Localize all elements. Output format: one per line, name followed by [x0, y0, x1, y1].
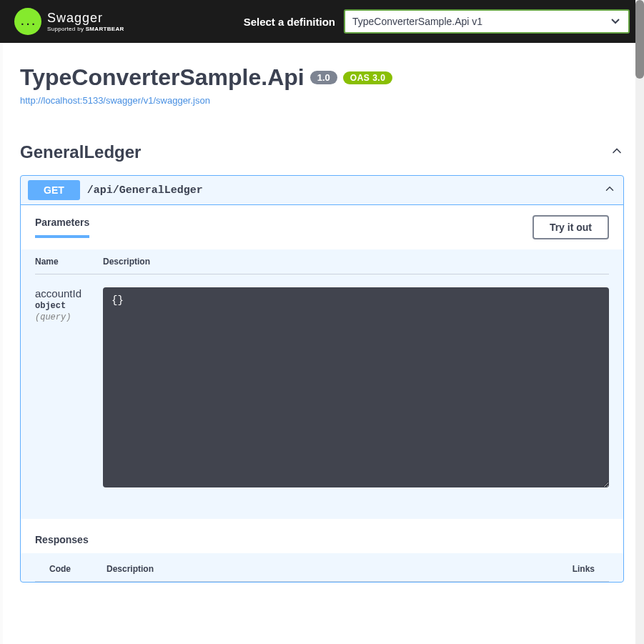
topbar: {...} Swagger Supported by SMARTBEAR Sel…	[0, 0, 644, 43]
api-title-row: TypeConverterSample.Api 1.0 OAS 3.0	[20, 64, 624, 91]
method-badge-get: GET	[28, 180, 80, 200]
param-type: object	[35, 301, 103, 311]
tag-header[interactable]: GeneralLedger	[20, 142, 624, 162]
version-badge: 1.0	[310, 71, 337, 84]
response-header-links: Links	[573, 564, 595, 574]
response-header-code: Code	[49, 564, 106, 574]
chevron-up-icon	[603, 182, 616, 198]
definition-select[interactable]: TypeConverterSample.Api v1	[344, 9, 630, 34]
param-header-name: Name	[35, 257, 103, 267]
param-location: (query)	[35, 312, 103, 322]
scrollbar-track[interactable]	[635, 0, 644, 644]
parameters-tab[interactable]: Parameters	[35, 217, 89, 238]
response-header-description: Description	[106, 564, 154, 574]
swagger-logo-icon: {...}	[14, 8, 41, 35]
param-header-description: Description	[103, 257, 150, 267]
try-it-out-button[interactable]: Try it out	[532, 215, 609, 239]
definition-select-label: Select a definition	[244, 16, 335, 28]
swagger-json-link[interactable]: http://localhost:5133/swagger/v1/swagger…	[20, 95, 210, 106]
scrollbar-thumb[interactable]	[635, 0, 644, 79]
tag-name: GeneralLedger	[20, 142, 141, 162]
oas-badge: OAS 3.0	[343, 71, 393, 84]
responses-label: Responses	[35, 534, 89, 545]
swagger-logo[interactable]: {...} Swagger Supported by SMARTBEAR	[14, 8, 124, 35]
chevron-up-icon	[610, 144, 624, 161]
parameter-row: accountId object (query) {}	[35, 274, 609, 490]
main-content: TypeConverterSample.Api 1.0 OAS 3.0 http…	[3, 43, 641, 644]
operation-header[interactable]: GET /api/GeneralLedger	[21, 176, 623, 204]
svg-text:{...}: {...}	[20, 16, 36, 27]
param-name: accountId	[35, 287, 103, 299]
api-title: TypeConverterSample.Api	[20, 64, 304, 91]
logo-title: Swagger	[47, 11, 124, 26]
operation-block: GET /api/GeneralLedger Parameters Try it…	[20, 175, 624, 583]
operation-path: /api/GeneralLedger	[87, 184, 203, 197]
logo-subtitle: Supported by SMARTBEAR	[47, 26, 124, 32]
param-value-input[interactable]: {}	[103, 287, 609, 487]
